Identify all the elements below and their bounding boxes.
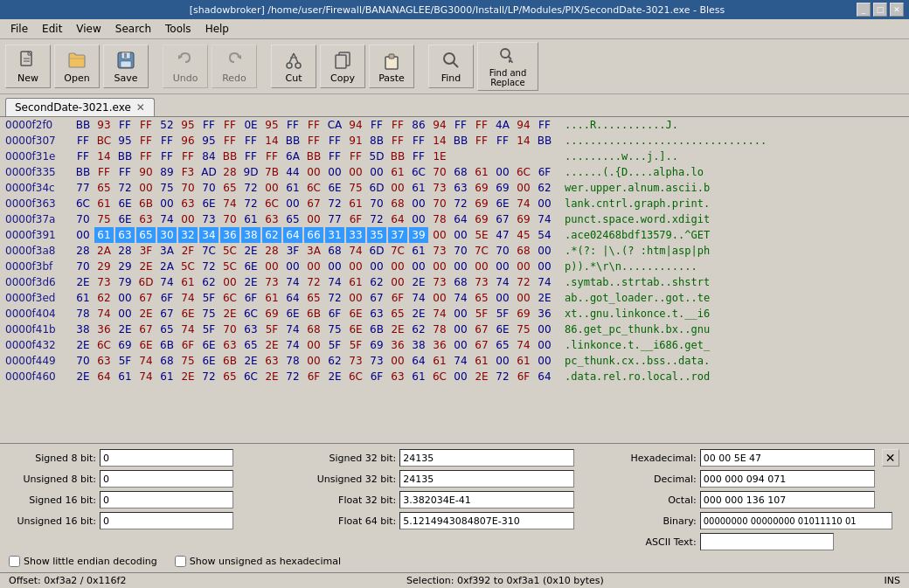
hex-byte[interactable]: 31 [325,227,344,243]
hex-byte[interactable]: 6B [220,353,239,369]
hex-byte[interactable]: FF [388,133,407,149]
hex-byte[interactable]: 96 [178,133,198,149]
hex-byte[interactable]: 75 [157,180,177,196]
hex-byte[interactable]: 72 [493,369,512,384]
hex-byte[interactable]: 6C [241,369,260,384]
hex-byte[interactable]: 95 [115,133,135,149]
hex-byte[interactable]: 89 [157,164,177,180]
hex-byte[interactable]: 72 [199,369,219,384]
hex-byte[interactable]: 00 [430,290,449,306]
hex-byte[interactable]: 6B [157,337,177,353]
hex-byte[interactable]: FF [325,133,344,149]
hex-byte[interactable]: 72 [115,180,135,196]
hex-byte[interactable]: 00 [388,180,407,196]
hex-byte[interactable]: 74 [451,353,470,369]
hex-byte[interactable]: 63 [136,211,156,227]
hex-byte[interactable]: 74 [535,274,554,290]
hex-byte[interactable]: 63 [178,196,198,211]
hex-byte[interactable]: 61 [430,353,449,369]
hex-byte[interactable]: 00 [304,353,323,369]
hex-byte[interactable]: 6B [367,322,386,337]
menu-file[interactable]: File [3,21,35,37]
hex-byte[interactable]: 73 [430,274,449,290]
hex-byte[interactable]: 63 [241,322,260,337]
hex-byte[interactable]: 61 [94,196,114,211]
hex-byte[interactable]: 75 [325,322,344,337]
hex-byte[interactable]: 84 [199,149,219,164]
hex-byte[interactable]: 70 [73,353,93,369]
hex-byte[interactable]: 37 [388,227,407,243]
hex-byte[interactable]: 68 [325,243,344,259]
hex-byte[interactable]: 61 [283,180,302,196]
hex-byte[interactable]: 2E [73,274,93,290]
hex-byte[interactable]: FF [241,133,260,149]
hex-byte[interactable]: 68 [514,243,533,259]
hex-byte[interactable]: 65 [94,180,114,196]
hex-byte[interactable]: 7C [388,243,407,259]
hex-byte[interactable]: 95 [199,133,219,149]
menu-tools[interactable]: Tools [158,21,198,37]
unsigned-8-input[interactable] [100,470,233,488]
hex-byte[interactable]: 70 [220,211,239,227]
hex-byte[interactable]: 2A [94,243,114,259]
hex-byte[interactable]: 2E [262,337,281,353]
hex-byte[interactable]: 61 [115,369,135,384]
hex-byte[interactable]: 63 [94,353,114,369]
hex-byte[interactable]: 65 [157,322,177,337]
signed-8-input[interactable] [100,449,233,467]
hex-byte[interactable]: 6E [199,196,219,211]
hex-byte[interactable]: 36 [388,337,407,353]
hex-byte[interactable]: 61 [409,243,428,259]
hex-byte[interactable]: 74 [283,322,302,337]
hex-byte[interactable]: 67 [367,290,386,306]
hex-byte[interactable]: 61 [409,180,428,196]
hex-byte[interactable]: 69 [514,306,533,322]
hex-byte[interactable]: 00 [388,259,407,274]
minimize-button[interactable]: _ [857,3,871,17]
hex-input[interactable] [700,449,875,467]
hex-byte[interactable]: FF [73,133,93,149]
cut-button[interactable]: Cut [271,45,316,88]
hex-byte[interactable]: FF [136,133,156,149]
hex-byte[interactable]: 2E [73,369,93,384]
hex-byte[interactable]: 00 [388,274,407,290]
hex-byte[interactable]: 66 [304,227,323,243]
hex-byte[interactable]: 2E [241,243,260,259]
hex-byte[interactable]: 6F [304,369,323,384]
hex-byte[interactable]: 2A [157,259,177,274]
hex-byte[interactable]: 36 [535,306,554,322]
hex-byte[interactable]: 00 [514,290,533,306]
hex-byte[interactable]: 00 [535,322,554,337]
hex-byte[interactable]: 3F [136,243,156,259]
hex-byte[interactable]: 61 [409,369,428,384]
hex-byte[interactable]: 00 [535,259,554,274]
hex-byte[interactable]: 70 [73,211,93,227]
hex-byte[interactable]: 67 [472,322,491,337]
new-button[interactable]: New [5,45,51,88]
hex-byte[interactable]: 62 [94,290,114,306]
hex-byte[interactable]: FF [73,149,93,164]
hex-byte[interactable]: 6B [304,306,323,322]
hex-byte[interactable]: 70 [199,180,219,196]
hex-byte[interactable]: 6C [262,196,281,211]
hex-byte[interactable]: FF [115,117,135,133]
hex-byte[interactable]: 67 [136,290,156,306]
hex-byte[interactable]: 2E [241,353,260,369]
hex-byte[interactable]: 00 [367,259,386,274]
hex-byte[interactable]: 3A [304,243,323,259]
hex-byte[interactable]: 2E [241,274,260,290]
hex-byte[interactable]: 94 [346,117,365,133]
hex-byte[interactable]: 5D [367,149,386,164]
hex-byte[interactable]: FF [115,164,135,180]
hex-byte[interactable]: 3A [157,243,177,259]
hex-byte[interactable]: 2E [409,274,428,290]
hex-byte[interactable]: 00 [493,259,512,274]
hex-byte[interactable]: 74 [430,306,449,322]
hex-byte[interactable]: 69 [472,196,491,211]
hex-byte[interactable]: 00 [535,353,554,369]
hex-byte[interactable]: BB [115,149,135,164]
hex-byte[interactable]: FF [283,117,302,133]
hex-byte[interactable]: 6F [367,369,386,384]
hex-byte[interactable]: 00 [493,353,512,369]
hex-byte[interactable]: 69 [472,211,491,227]
